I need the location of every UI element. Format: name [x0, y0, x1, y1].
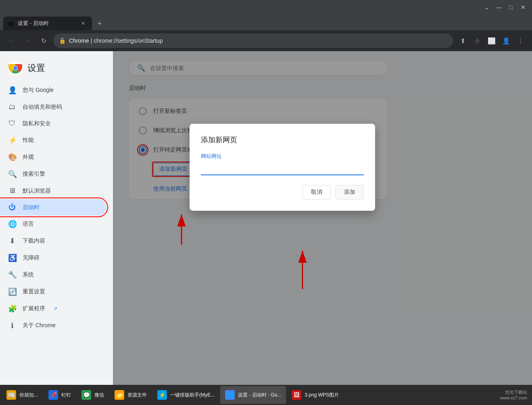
cancel-button[interactable]: 取消	[303, 185, 331, 199]
taskbar-item-chrome[interactable]: 🌐 设置 - 启动时 - Go...	[220, 386, 286, 404]
sidebar-label-search-engine: 搜索引擎	[23, 170, 45, 178]
sidebar-label-extensions: 扩展程序	[23, 305, 45, 312]
wechat-icon: 💬	[81, 390, 91, 400]
add-new-page-dialog: 添加新网页 网站网址 取消 添加	[190, 124, 375, 211]
reset-icon: 🔃	[8, 287, 16, 296]
settings-title: 设置	[27, 62, 45, 74]
autofill-icon: 🗂	[8, 103, 16, 111]
sidebar-label-privacy: 隐私和安全	[23, 120, 51, 127]
maximize-button[interactable]: □	[505, 2, 517, 13]
tab-close-button[interactable]: ✕	[79, 19, 87, 27]
sidebar-label-system: 系统	[23, 271, 34, 278]
taskbar-brand: 优光下载站 www.xz7.com	[500, 389, 530, 401]
taskbar-item-dingding[interactable]: 📌 钉钉	[44, 386, 76, 404]
window-controls: ⌄ — □ ✕	[481, 0, 529, 14]
taskbar-label-myeclipse: 一键排版助手(MyE...	[170, 392, 215, 399]
reload-button[interactable]: ↻	[37, 34, 50, 47]
tab-search-button[interactable]: ⬜	[485, 34, 498, 47]
shield-icon: 🛡	[8, 119, 16, 128]
taskbar-label-dingding: 钉钉	[61, 392, 71, 399]
taskbar-label-news: 你就知...	[19, 392, 38, 399]
appearance-icon: 🎨	[8, 153, 16, 162]
url-label: 网站网址	[201, 153, 364, 160]
sidebar-item-downloads[interactable]: ⬇ 下载内容	[0, 233, 106, 249]
taskbar-item-wechat[interactable]: 💬 微信	[77, 386, 109, 404]
myeclipse-icon: ⚡	[157, 390, 167, 400]
main-content: 🔍 启动时 打开新标签页 继续浏览上次打开的网页 打开特定网页或一组网页 添	[113, 51, 532, 385]
omnibox-origin: Chrome | chrome://settings/onStartup	[69, 37, 163, 44]
user-icon: 👤	[8, 86, 16, 95]
sidebar-item-you-and-google[interactable]: 👤 您与 Google	[0, 82, 106, 99]
sidebar-item-on-startup[interactable]: ⏻ 启动时	[0, 199, 106, 216]
news-icon: 📰	[6, 390, 16, 400]
sidebar-label-reset: 重置设置	[23, 288, 45, 295]
url-input[interactable]	[201, 163, 364, 175]
search-engine-icon: 🔍	[8, 170, 16, 179]
sidebar-item-privacy[interactable]: 🛡 隐私和安全	[0, 115, 106, 132]
chrome-taskbar-icon: 🌐	[225, 390, 235, 400]
sidebar: 设置 👤 您与 Google 🗂 自动填充和密码 🛡 隐私和安全 ⚡ 性能 🎨 …	[0, 51, 113, 385]
sidebar-item-search-engine[interactable]: 🔍 搜索引擎	[0, 166, 106, 183]
accessibility-icon: ♿	[8, 253, 16, 262]
startup-icon: ⏻	[8, 203, 16, 212]
sidebar-item-system[interactable]: 🔧 系统	[0, 266, 106, 283]
taskbar-item-files[interactable]: 📁 资源文件	[110, 386, 152, 404]
external-link-icon: ↗	[53, 306, 57, 312]
address-actions: ⬆ ☆ ⬜ 👤 ⋮	[456, 34, 527, 47]
sidebar-label-languages: 语言	[23, 220, 34, 228]
bookmark-button[interactable]: ☆	[471, 34, 484, 47]
sidebar-label-autofill: 自动填充和密码	[23, 104, 62, 111]
browser-content: 设置 👤 您与 Google 🗂 自动填充和密码 🛡 隐私和安全 ⚡ 性能 🎨 …	[0, 51, 532, 385]
sidebar-item-accessibility[interactable]: ♿ 无障碍	[0, 249, 106, 266]
sidebar-item-reset[interactable]: 🔃 重置设置	[0, 283, 106, 300]
taskbar-item-myeclipse[interactable]: ⚡ 一键排版助手(MyE...	[152, 386, 219, 404]
share-button[interactable]: ⬆	[456, 34, 469, 47]
about-icon: ℹ	[8, 321, 16, 330]
sidebar-label-appearance: 外观	[23, 154, 34, 161]
taskbar-item-news[interactable]: 📰 你就知...	[2, 386, 43, 404]
taskbar-label-wps: 3.png WPS图片	[305, 392, 339, 399]
profile-button[interactable]: 👤	[500, 34, 513, 47]
active-tab[interactable]: ⚙ 设置 - 启动时 ✕	[3, 17, 92, 30]
minimize-button2[interactable]: —	[493, 2, 505, 13]
files-icon: 📁	[115, 390, 124, 400]
extensions-icon: 🧩	[8, 304, 16, 313]
settings-logo: 设置	[0, 58, 113, 82]
brand-text: 优光下载站 www.xz7.com	[500, 389, 527, 401]
languages-icon: 🌐	[8, 220, 16, 228]
add-button[interactable]: 添加	[336, 185, 364, 199]
new-tab-button[interactable]: ＋	[94, 17, 106, 29]
svg-point-3	[13, 66, 17, 70]
forward-button[interactable]: →	[21, 34, 34, 47]
tab-title: 设置 - 启动时	[18, 20, 76, 27]
sidebar-label-about: 关于 Chrome	[23, 322, 56, 329]
sidebar-label-you-and-google: 您与 Google	[23, 87, 54, 94]
system-icon: 🔧	[8, 270, 16, 279]
security-icon: 🔒	[59, 37, 66, 44]
sidebar-label-accessibility: 无障碍	[23, 254, 40, 262]
sidebar-item-languages[interactable]: 🌐 语言	[0, 216, 106, 233]
dingding-icon: 📌	[48, 390, 58, 400]
performance-icon: ⚡	[8, 136, 16, 145]
sidebar-item-performance[interactable]: ⚡ 性能	[0, 132, 106, 149]
tab-favicon: ⚙	[8, 20, 15, 27]
sidebar-item-about[interactable]: ℹ 关于 Chrome	[0, 317, 106, 334]
sidebar-item-autofill[interactable]: 🗂 自动填充和密码	[0, 99, 106, 115]
sidebar-item-default-browser[interactable]: 🖥 默认浏览器	[0, 183, 106, 199]
chrome-logo-icon	[8, 61, 23, 75]
back-button[interactable]: ←	[5, 34, 18, 47]
taskbar-item-wps[interactable]: 🖼 3.png WPS图片	[287, 386, 344, 404]
tab-bar: ⚙ 设置 - 启动时 ✕ ＋	[0, 14, 532, 30]
sidebar-label-default-browser: 默认浏览器	[23, 187, 51, 195]
menu-button[interactable]: ⋮	[514, 34, 527, 47]
omnibox[interactable]: 🔒 Chrome | chrome://settings/onStartup	[53, 33, 453, 48]
dialog-title: 添加新网页	[201, 135, 364, 145]
downloads-icon: ⬇	[8, 237, 16, 245]
sidebar-item-extensions[interactable]: 🧩 扩展程序 ↗	[0, 300, 106, 317]
wps-icon: 🖼	[292, 390, 301, 400]
close-button[interactable]: ✕	[517, 2, 529, 13]
sidebar-label-performance: 性能	[23, 137, 34, 144]
sidebar-item-appearance[interactable]: 🎨 外观	[0, 149, 106, 166]
minimize-button[interactable]: ⌄	[481, 2, 492, 13]
default-browser-icon: 🖥	[8, 187, 16, 195]
